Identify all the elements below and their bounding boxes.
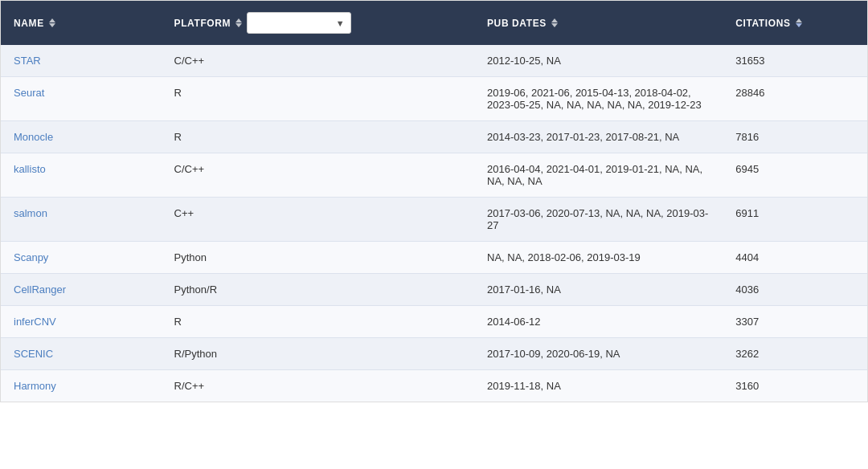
sort-up-icon-platform: [235, 18, 242, 22]
col-platform-label: PLATFORM: [174, 18, 231, 29]
tool-name-link[interactable]: salmon: [14, 207, 47, 219]
table-row: SeuratR2019-06, 2021-06, 2015-04-13, 201…: [1, 77, 867, 121]
sort-down-icon-platform: [235, 23, 242, 27]
tool-name-link[interactable]: STAR: [14, 55, 41, 67]
cell-platform: R/Python: [162, 338, 474, 370]
cell-pubdates: 2017-03-06, 2020-07-13, NA, NA, NA, 2019…: [474, 198, 723, 242]
cell-platform: Python: [162, 242, 474, 274]
cell-citations: 4404: [723, 242, 867, 274]
table-row: kallistoC/C++2016-04-04, 2021-04-01, 201…: [1, 153, 867, 198]
cell-platform: C++: [162, 198, 474, 242]
sort-icon-pubdates[interactable]: [551, 18, 558, 27]
cell-name: kallisto: [1, 153, 162, 198]
table-header-row: NAME PLATFORM: [1, 1, 867, 45]
cell-citations: 4036: [723, 274, 867, 306]
cell-name: STAR: [1, 45, 162, 77]
tool-name-link[interactable]: Harmony: [14, 380, 56, 392]
cell-name: CellRanger: [1, 274, 162, 306]
col-header-name[interactable]: NAME: [1, 1, 162, 45]
col-citations-label: CITATIONS: [735, 18, 790, 29]
cell-name: SCENIC: [1, 338, 162, 370]
tool-name-link[interactable]: kallisto: [14, 163, 46, 175]
col-name-label: NAME: [14, 18, 44, 29]
table-row: SCENICR/Python2017-10-09, 2020-06-19, NA…: [1, 338, 867, 370]
cell-pubdates: 2017-10-09, 2020-06-19, NA: [474, 338, 723, 370]
cell-citations: 3307: [723, 306, 867, 338]
tool-name-link[interactable]: Seurat: [14, 87, 44, 99]
platform-filter-wrapper: R Python C/C++ C++ Python/R R/Python R/C…: [247, 12, 351, 34]
sort-icon-citations[interactable]: [796, 18, 802, 27]
sort-down-icon: [49, 23, 55, 27]
cell-platform: R: [162, 77, 474, 121]
table-row: salmonC++2017-03-06, 2020-07-13, NA, NA,…: [1, 198, 867, 242]
cell-name: salmon: [1, 198, 162, 242]
data-table: NAME PLATFORM: [1, 1, 867, 402]
tool-name-link[interactable]: Monocle: [14, 131, 53, 143]
cell-name: Harmony: [1, 370, 162, 402]
tool-name-link[interactable]: Scanpy: [14, 251, 48, 263]
cell-pubdates: 2019-11-18, NA: [474, 370, 723, 402]
table-row: ScanpyPythonNA, NA, 2018-02-06, 2019-03-…: [1, 242, 867, 274]
sort-up-icon-pubdates: [551, 18, 558, 22]
col-header-citations[interactable]: CITATIONS: [723, 1, 867, 45]
cell-name: Monocle: [1, 121, 162, 153]
cell-citations: 7816: [723, 121, 867, 153]
cell-platform: R: [162, 121, 474, 153]
cell-platform: C/C++: [162, 45, 474, 77]
table-row: MonocleR2014-03-23, 2017-01-23, 2017-08-…: [1, 121, 867, 153]
cell-pubdates: 2012-10-25, NA: [474, 45, 723, 77]
sort-icon-platform[interactable]: [235, 18, 242, 27]
cell-pubdates: NA, NA, 2018-02-06, 2019-03-19: [474, 242, 723, 274]
table-row: HarmonyR/C++2019-11-18, NA3160: [1, 370, 867, 402]
cell-name: Scanpy: [1, 242, 162, 274]
cell-pubdates: 2019-06, 2021-06, 2015-04-13, 2018-04-02…: [474, 77, 723, 121]
cell-citations: 6945: [723, 153, 867, 198]
cell-citations: 6911: [723, 198, 867, 242]
cell-platform: R: [162, 306, 474, 338]
col-header-platform[interactable]: PLATFORM R Python C/C++ C++: [162, 1, 474, 45]
cell-citations: 3262: [723, 338, 867, 370]
platform-filter-select[interactable]: R Python C/C++ C++ Python/R R/Python R/C…: [247, 12, 351, 34]
cell-citations: 28846: [723, 77, 867, 121]
cell-pubdates: 2014-06-12: [474, 306, 723, 338]
cell-citations: 3160: [723, 370, 867, 402]
sort-up-icon-citations: [796, 18, 802, 22]
cell-citations: 31653: [723, 45, 867, 77]
cell-pubdates: 2017-01-16, NA: [474, 274, 723, 306]
tool-name-link[interactable]: inferCNV: [14, 316, 56, 328]
cell-platform: Python/R: [162, 274, 474, 306]
table-body: STARC/C++2012-10-25, NA31653SeuratR2019-…: [1, 45, 867, 402]
col-pubdates-label: PUB DATES: [487, 18, 547, 29]
sort-icon-name[interactable]: [49, 18, 55, 27]
sort-up-icon: [49, 18, 55, 22]
table-row: CellRangerPython/R2017-01-16, NA4036: [1, 274, 867, 306]
cell-pubdates: 2014-03-23, 2017-01-23, 2017-08-21, NA: [474, 121, 723, 153]
tool-name-link[interactable]: SCENIC: [14, 348, 53, 360]
sort-down-active-icon-citations: [796, 23, 802, 27]
main-table-container: NAME PLATFORM: [0, 0, 868, 402]
table-row: STARC/C++2012-10-25, NA31653: [1, 45, 867, 77]
table-row: inferCNVR2014-06-123307: [1, 306, 867, 338]
col-header-pubdates[interactable]: PUB DATES: [474, 1, 723, 45]
cell-pubdates: 2016-04-04, 2021-04-01, 2019-01-21, NA, …: [474, 153, 723, 198]
sort-down-icon-pubdates: [551, 23, 558, 27]
cell-name: Seurat: [1, 77, 162, 121]
cell-name: inferCNV: [1, 306, 162, 338]
cell-platform: C/C++: [162, 153, 474, 198]
tool-name-link[interactable]: CellRanger: [14, 283, 66, 296]
cell-platform: R/C++: [162, 370, 474, 402]
